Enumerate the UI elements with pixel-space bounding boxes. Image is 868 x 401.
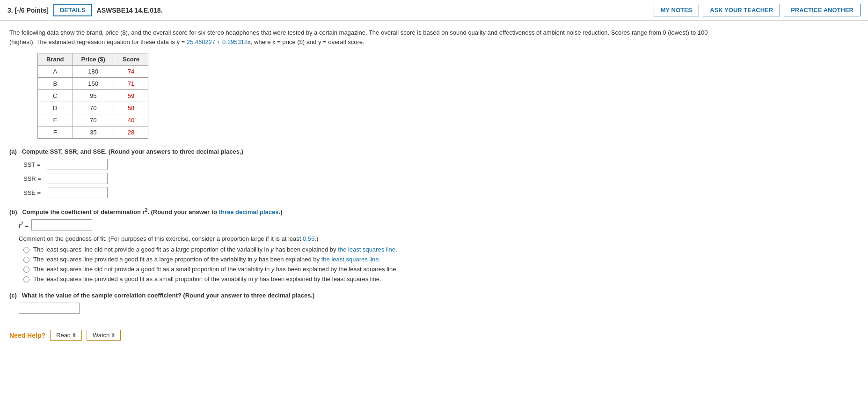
sst-row: SST =: [23, 159, 859, 170]
part-b-description: Compute the coefficient of determination…: [22, 208, 282, 215]
table-row: F3528: [38, 126, 148, 139]
cell-price: 70: [73, 114, 114, 126]
cell-brand: A: [38, 66, 73, 78]
radio-option-1-input[interactable]: [23, 247, 29, 253]
problem-description: The following data show the brand, price…: [9, 28, 859, 46]
correlation-input[interactable]: [19, 303, 80, 314]
radio-option-2-input[interactable]: [23, 257, 29, 263]
header-left: 3. [-/6 Points] DETAILS ASWSBE14 14.E.01…: [7, 4, 162, 16]
radio-option-3-input[interactable]: [23, 267, 29, 273]
radio-option-3[interactable]: The least squares line did not provide a…: [23, 266, 859, 273]
radio-option-4-input[interactable]: [23, 276, 29, 282]
table-row: C9559: [38, 90, 148, 102]
sse-input[interactable]: [47, 187, 108, 198]
table-row: B15071: [38, 78, 148, 90]
cell-brand: F: [38, 126, 73, 139]
radio-option-3-label: The least squares line did not provide a…: [33, 266, 398, 273]
header-bar: 3. [-/6 Points] DETAILS ASWSBE14 14.E.01…: [0, 0, 868, 21]
cell-brand: C: [38, 90, 73, 102]
cell-score: 59: [114, 90, 148, 102]
cell-price: 35: [73, 126, 114, 139]
sst-input[interactable]: [47, 159, 108, 170]
ssr-label: SSR =: [23, 175, 47, 182]
need-help-section: Need Help? Read It Watch It: [9, 325, 859, 341]
data-table: Brand Price ($) Score A18074B15071C9559D…: [37, 53, 148, 139]
main-content: The following data show the brand, price…: [0, 21, 868, 348]
my-notes-button[interactable]: MY NOTES: [654, 4, 700, 16]
col-header-score: Score: [114, 53, 148, 66]
ssr-input[interactable]: [47, 173, 108, 184]
ask-teacher-button[interactable]: ASK YOUR TEACHER: [703, 4, 780, 16]
part-a-label: (a) Compute SST, SSR, and SSE. (Round yo…: [9, 148, 859, 155]
part-b-section: (b) Compute the coefficient of determina…: [9, 208, 859, 282]
cell-price: 70: [73, 102, 114, 114]
cell-score: 58: [114, 102, 148, 114]
table-row: A18074: [38, 66, 148, 78]
r2-input[interactable]: [31, 219, 92, 230]
cell-score: 28: [114, 126, 148, 139]
cell-price: 95: [73, 90, 114, 102]
question-code: ASWSBE14 14.E.018.: [97, 7, 163, 14]
table-row: E7040: [38, 114, 148, 126]
radio-option-1[interactable]: The least squares line did not provide a…: [23, 246, 859, 253]
radio-option-2-label: The least squares line provided a good f…: [33, 256, 380, 263]
part-a-description: Compute SST, SSR, and SSE. (Round your a…: [22, 148, 243, 155]
cell-score: 71: [114, 78, 148, 90]
read-it-button[interactable]: Read It: [50, 330, 82, 341]
radio-option-2[interactable]: The least squares line provided a good f…: [23, 256, 859, 263]
part-a-section: (a) Compute SST, SSR, and SSE. (Round yo…: [9, 148, 859, 198]
question-number: 3. [-/6 Points]: [7, 7, 49, 14]
cell-score: 74: [114, 66, 148, 78]
header-right: MY NOTES ASK YOUR TEACHER PRACTICE ANOTH…: [654, 4, 861, 16]
part-c-input-row: [19, 303, 859, 314]
cell-brand: D: [38, 102, 73, 114]
sse-row: SSE =: [23, 187, 859, 198]
watch-it-button[interactable]: Watch It: [87, 330, 121, 341]
cell-brand: B: [38, 78, 73, 90]
table-row: D7058: [38, 102, 148, 114]
ssr-row: SSR =: [23, 173, 859, 184]
cell-price: 180: [73, 66, 114, 78]
comment-text: Comment on the goodness of fit. (For pur…: [19, 235, 859, 242]
details-button[interactable]: DETAILS: [53, 4, 92, 16]
cell-price: 150: [73, 78, 114, 90]
part-c-label: (c) What is the value of the sample corr…: [9, 292, 859, 299]
description-text1: The following data show the brand, price…: [9, 29, 708, 36]
need-help-label: Need Help?: [9, 332, 45, 339]
practice-another-button[interactable]: PRACTICE ANOTHER: [784, 4, 861, 16]
sse-label: SSE =: [23, 189, 47, 196]
sst-label: SST =: [23, 161, 47, 168]
r2-label: r2 =: [19, 221, 29, 229]
radio-option-4-label: The least squares line provided a good f…: [33, 275, 381, 282]
description-text2: (highest). The estimated regression equa…: [9, 38, 365, 45]
cell-score: 40: [114, 114, 148, 126]
part-c-section: (c) What is the value of the sample corr…: [9, 292, 859, 314]
radio-option-1-label: The least squares line did not provide a…: [33, 246, 397, 253]
part-c-description: What is the value of the sample correlat…: [22, 292, 315, 299]
part-b-label: (b) Compute the coefficient of determina…: [9, 208, 859, 215]
col-header-price: Price ($): [73, 53, 114, 66]
col-header-brand: Brand: [38, 53, 73, 66]
radio-option-4[interactable]: The least squares line provided a good f…: [23, 275, 859, 282]
cell-brand: E: [38, 114, 73, 126]
r2-row: r2 =: [19, 219, 859, 230]
